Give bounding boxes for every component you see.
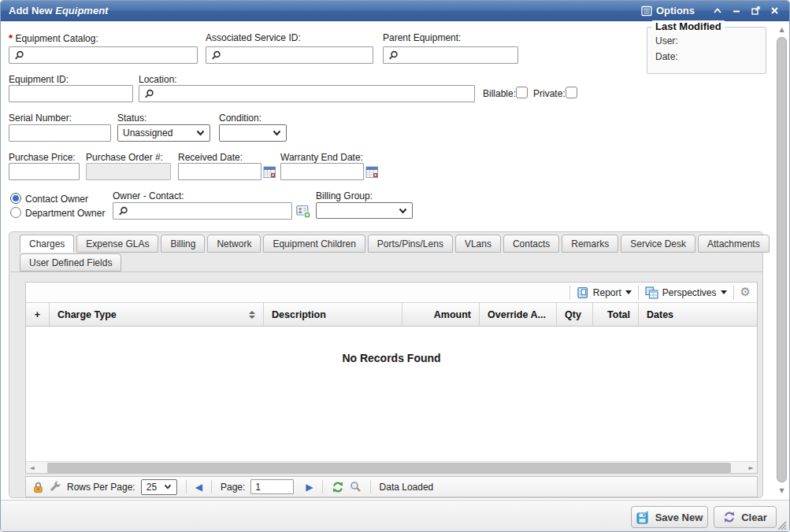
hscroll-thumb[interactable] (47, 463, 731, 473)
pager-separator (211, 480, 212, 493)
tab-contacts[interactable]: Contacts (503, 235, 559, 253)
contact-owner-radio[interactable] (10, 193, 21, 204)
save-new-label: Save New (655, 512, 703, 523)
perspectives-button[interactable]: Perspectives (645, 286, 727, 299)
report-button[interactable]: Report (577, 286, 632, 299)
associated-service-id-input[interactable] (221, 48, 373, 62)
grid-settings-gear-icon[interactable]: ⚙ (740, 286, 751, 298)
location-input[interactable] (154, 87, 474, 101)
warranty-end-date-calendar-button[interactable] (365, 164, 379, 179)
wrench-icon[interactable] (50, 481, 61, 493)
column-qty[interactable]: Qty (557, 303, 593, 326)
scroll-up-icon[interactable]: ▲ (776, 24, 788, 35)
zoom-search-icon[interactable] (350, 481, 362, 493)
add-contact-button[interactable] (295, 203, 311, 219)
vscroll-thumb[interactable] (777, 37, 787, 482)
column-add[interactable]: + (26, 303, 50, 326)
condition-label: Condition: (219, 113, 261, 124)
equipment-id-input[interactable] (9, 85, 133, 102)
search-icon (211, 50, 221, 61)
required-marker: * (9, 32, 13, 44)
tab-vlans[interactable]: VLans (455, 235, 501, 253)
next-page-icon[interactable]: ▶ (306, 482, 313, 492)
column-description[interactable]: Description (264, 303, 402, 326)
titlebar[interactable]: Add New Equipment Options (1, 1, 789, 21)
billing-group-select[interactable] (316, 202, 413, 219)
grid-body: No Records Found (26, 327, 757, 461)
collapse-button[interactable] (710, 4, 725, 18)
detail-tab-panel: Charges Expense GLAs Billing Network Equ… (9, 231, 763, 498)
calendar-icon (263, 165, 276, 179)
status-label: Status: (117, 113, 147, 124)
parent-equipment-input[interactable] (399, 48, 527, 62)
chevron-down-icon (196, 130, 205, 136)
calendar-icon (365, 165, 379, 179)
billable-checkbox[interactable] (516, 87, 528, 98)
scroll-right-icon[interactable]: ► (745, 462, 757, 474)
dialog-vertical-scrollbar[interactable]: ▲ ▼ (776, 24, 788, 497)
tab-network[interactable]: Network (207, 235, 261, 253)
last-modified-user-label: User: (655, 35, 766, 46)
tab-attachments[interactable]: Attachments (698, 235, 770, 253)
received-date-label: Received Date: (178, 152, 243, 163)
minimize-button[interactable] (729, 4, 744, 18)
column-override-amount[interactable]: Override A... (480, 303, 557, 326)
popout-button[interactable] (748, 4, 762, 18)
last-modified-date-label: Date: (655, 51, 766, 62)
grid-horizontal-scrollbar[interactable]: ◄ ► (26, 461, 757, 473)
close-button[interactable] (767, 4, 781, 18)
private-checkbox[interactable] (566, 87, 577, 98)
page-number-input[interactable] (250, 479, 294, 494)
sort-icon[interactable] (243, 311, 255, 319)
column-charge-type[interactable]: Charge Type (50, 303, 264, 326)
status-select[interactable]: Unassigned (117, 124, 210, 142)
search-icon (144, 89, 154, 99)
tab-charges[interactable]: Charges (20, 235, 74, 253)
private-label: Private: (533, 88, 566, 99)
hscroll-track[interactable] (38, 463, 745, 473)
purchase-price-input[interactable] (9, 163, 80, 180)
serial-number-input[interactable] (9, 124, 111, 142)
condition-select[interactable] (219, 124, 287, 142)
department-owner-label: Department Owner (25, 208, 105, 219)
tab-user-defined-fields[interactable]: User Defined Fields (20, 253, 121, 272)
equipment-catalog-input[interactable] (24, 48, 197, 62)
save-new-button[interactable]: Save New (631, 506, 708, 528)
parent-equipment-field[interactable] (383, 46, 518, 64)
previous-page-icon[interactable]: ◀ (195, 482, 202, 492)
clear-label: Clear (741, 512, 767, 523)
dialog-title-emphasis: Equipment (55, 5, 108, 17)
department-owner-radio[interactable] (10, 207, 21, 218)
column-dates[interactable]: Dates (639, 303, 757, 326)
received-date-calendar-button[interactable] (262, 164, 276, 179)
column-amount[interactable]: Amount (402, 303, 480, 326)
resize-grip[interactable] (776, 519, 787, 530)
lock-icon[interactable] (32, 481, 44, 493)
tab-billing[interactable]: Billing (161, 235, 205, 253)
warranty-end-date-input[interactable] (280, 163, 364, 180)
tab-ports-pins-lens[interactable]: Ports/Pins/Lens (368, 235, 453, 253)
clear-button[interactable]: Clear (714, 506, 777, 528)
parent-equipment-label: Parent Equipment: (383, 32, 461, 43)
associated-service-id-field[interactable] (206, 46, 373, 64)
tab-equipment-children[interactable]: Equipment Children (263, 235, 365, 253)
tab-remarks[interactable]: Remarks (562, 235, 618, 253)
pager-separator (322, 480, 323, 493)
owner-contact-label: Owner - Contact: (113, 190, 184, 201)
tab-expense-glas[interactable]: Expense GLAs (76, 235, 158, 253)
caret-down-icon (625, 290, 632, 294)
column-total[interactable]: Total (593, 303, 639, 326)
scroll-down-icon[interactable]: ▼ (776, 486, 788, 497)
refresh-icon[interactable] (332, 481, 344, 493)
owner-contact-field[interactable] (113, 202, 292, 220)
tab-service-desk[interactable]: Service Desk (621, 235, 695, 253)
rows-per-page-select[interactable]: 25 (141, 479, 177, 495)
page-label: Page: (221, 482, 245, 493)
charges-grid: Report Perspectives ⚙ (25, 282, 758, 474)
equipment-catalog-field[interactable] (9, 46, 198, 64)
options-menu-button[interactable]: Options (641, 5, 695, 17)
owner-contact-input[interactable] (128, 204, 291, 218)
location-field[interactable] (139, 85, 475, 102)
received-date-input[interactable] (178, 163, 261, 180)
scroll-left-icon[interactable]: ◄ (26, 462, 38, 474)
